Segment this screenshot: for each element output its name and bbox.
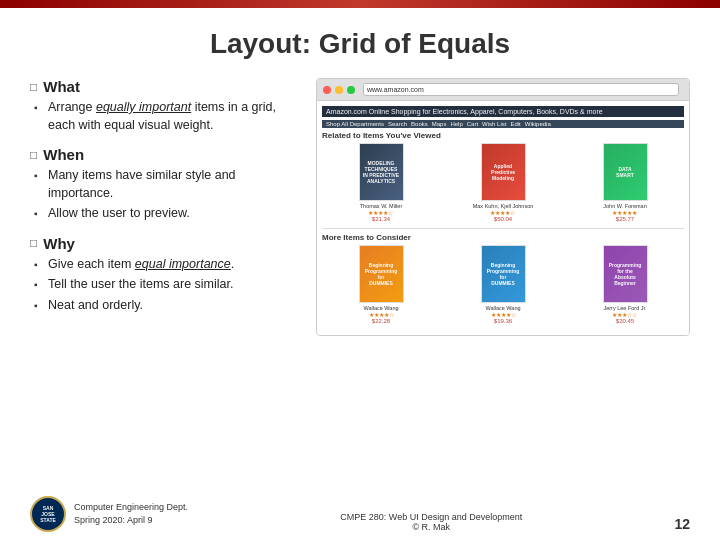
browser-content: Amazon.com Online Shopping for Electroni… [317,101,689,335]
when-bullets: Many items have similar style and import… [30,167,300,223]
browser-bar: www.amazon.com [317,79,689,101]
footer-center-text: CMPE 280: Web UI Design and Development … [340,512,522,532]
bullet-item: Allow the user to preview. [48,205,300,223]
browser-dot-yellow [335,86,343,94]
book-item: MODELINGTECHNIQUESIN PREDICTIVEANALYTICS… [322,143,440,222]
book-item: Programmingfor theAbsoluteBeginner Jerry… [566,245,684,324]
when-heading: When [30,146,300,163]
what-bullets: Arrange equally important items in a gri… [30,99,300,134]
book-cover: Programmingfor theAbsoluteBeginner [603,245,648,303]
book-grid-row1: MODELINGTECHNIQUESIN PREDICTIVEANALYTICS… [322,143,684,222]
what-section: What Arrange equally important items in … [30,78,300,134]
top-bar [0,0,720,8]
amazon-header: Amazon.com Online Shopping for Electroni… [322,106,684,117]
why-heading: Why [30,235,300,252]
bullet-item: Give each item equal importance. [48,256,300,274]
when-section: When Many items have similar style and i… [30,146,300,223]
why-bullets: Give each item equal importance. Tell th… [30,256,300,315]
book-info: John W. Foreman ★★★★★ $25.77 [603,203,646,222]
book-cover: BeginningProgrammingforDUMMIES [359,245,404,303]
content-area: What Arrange equally important items in … [30,78,690,336]
footer-logo-area: SANJOSESTATE Computer Engineering Dept. … [30,496,188,532]
footer-left-text: Computer Engineering Dept. Spring 2020: … [74,501,188,526]
why-section: Why Give each item equal importance. Tel… [30,235,300,315]
book-cover: BeginningProgrammingforDUMMIES [481,245,526,303]
browser-screenshot: www.amazon.com Amazon.com Online Shoppin… [316,78,690,336]
book-item: BeginningProgrammingforDUMMIES Wallace W… [322,245,440,324]
divider [322,228,684,229]
book-info: Jerry Lee Ford Jr. ★★★☆☆ $20.45 [603,305,646,324]
bullet-item: Tell the user the items are similar. [48,276,300,294]
page-number: 12 [674,516,690,532]
book-item: DATASMART John W. Foreman ★★★★★ $25.77 [566,143,684,222]
bullet-item: Arrange equally important items in a gri… [48,99,300,134]
slide-title: Layout: Grid of Equals [30,28,690,60]
emphasis-text: equally important [96,100,191,114]
book-cover: MODELINGTECHNIQUESIN PREDICTIVEANALYTICS [359,143,404,201]
book-info: Wallace Wang ★★★★☆ $22.28 [363,305,398,324]
slide: Layout: Grid of Equals What Arrange equa… [0,8,720,540]
book-item: AppliedPredictiveModeling Max Kuhn, Kjel… [444,143,562,222]
slide-footer: SANJOSESTATE Computer Engineering Dept. … [0,496,720,532]
book-info: Wallace Wang ★★★★☆ $19.36 [485,305,520,324]
text-area: What Arrange equally important items in … [30,78,300,336]
emphasis-text: equal importance [135,257,231,271]
bullet-item: Neat and orderly. [48,297,300,315]
book-grid-row2: BeginningProgrammingforDUMMIES Wallace W… [322,245,684,324]
browser-url-bar: www.amazon.com [363,83,679,96]
browser-dot-red [323,86,331,94]
bullet-item: Many items have similar style and import… [48,167,300,202]
browser-dot-green [347,86,355,94]
section2-label: More Items to Consider [322,233,684,242]
what-heading: What [30,78,300,95]
book-item: BeginningProgrammingforDUMMIES Wallace W… [444,245,562,324]
book-cover: DATASMART [603,143,648,201]
book-info: Max Kuhn, Kjell Johnson ★★★★☆ $50.04 [473,203,534,222]
sjsu-logo: SANJOSESTATE [30,496,66,532]
amazon-nav: Shop All Departments Search Books Maps H… [322,120,684,128]
book-info: Thomas W. Miller ★★★★☆ $21.34 [360,203,402,222]
book-cover: AppliedPredictiveModeling [481,143,526,201]
section1-label: Related to Items You've Viewed [322,131,684,140]
